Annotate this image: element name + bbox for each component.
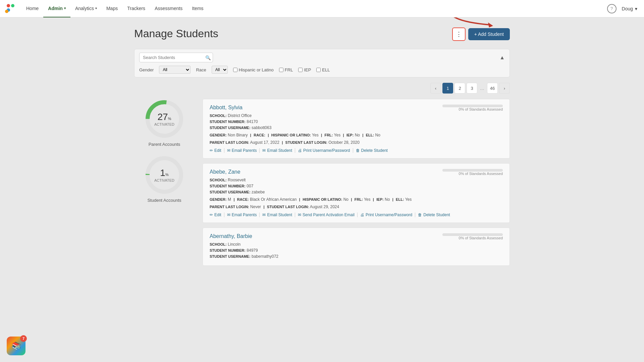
email-student-link[interactable]: ✉ Email Student bbox=[260, 213, 295, 217]
content-area: 27% ACTIVATED Parent Accounts 1% ACTIVAT… bbox=[134, 99, 510, 270]
main-content: Manage Students More ⋮ + Add Student bbox=[121, 17, 523, 281]
pagination: ‹ 1 2 3 … 46 › bbox=[134, 83, 510, 94]
parent-accounts-number: 27 bbox=[158, 112, 168, 122]
page-last-button[interactable]: 46 bbox=[487, 83, 498, 94]
search-input-wrap: 🔍 bbox=[139, 53, 213, 62]
race-filter-select[interactable]: All bbox=[212, 66, 228, 74]
student-name[interactable]: Abbott, Sylvia bbox=[210, 105, 243, 111]
search-input[interactable] bbox=[139, 53, 213, 62]
student-accounts-widget: 1% ACTIVATED Student Accounts bbox=[134, 155, 195, 203]
print-link[interactable]: 🖨 Print Username/Password bbox=[358, 213, 415, 217]
progress-label: 0% of Standards Assessed bbox=[442, 107, 503, 111]
add-student-button[interactable]: + Add Student bbox=[468, 28, 510, 40]
nav-maps[interactable]: Maps bbox=[102, 0, 122, 17]
email-student-icon: ✉ bbox=[262, 213, 266, 217]
parent-accounts-label: Parent Accounts bbox=[149, 142, 180, 147]
send-activation-link[interactable]: ✉ Send Parent Activation Email bbox=[295, 213, 358, 217]
send-activation-icon: ✉ bbox=[298, 213, 301, 217]
nav-admin[interactable]: Admin ▾ bbox=[43, 0, 70, 17]
sidebar-stats: 27% ACTIVATED Parent Accounts 1% ACTIVAT… bbox=[134, 99, 195, 270]
table-row: Abebe, Zane 0% of Standards Assessed SCH… bbox=[203, 163, 510, 223]
help-button[interactable]: ? bbox=[607, 4, 616, 13]
student-list: Abbott, Sylvia 0% of Standards Assessed … bbox=[203, 99, 510, 270]
hispanic-filter[interactable]: Hispanic or Latino bbox=[233, 67, 274, 72]
nav-items[interactable]: Items bbox=[187, 0, 208, 17]
filter-row: Gender AllMaleFemaleNon Binary Race All … bbox=[139, 66, 505, 74]
print-link[interactable]: 🖨 Print Username/Password bbox=[295, 148, 353, 153]
student-name[interactable]: Abebe, Zane bbox=[210, 169, 240, 175]
student-accounts-center: 1% ACTIVATED bbox=[154, 168, 174, 182]
more-button[interactable]: ⋮ bbox=[452, 27, 466, 41]
student-school: SCHOOL: Lincoln bbox=[210, 242, 503, 247]
email-parents-link[interactable]: ✉ Email Parents bbox=[224, 148, 260, 153]
print-icon: 🖨 bbox=[298, 148, 302, 153]
iep-filter[interactable]: IEP bbox=[298, 67, 311, 72]
nav-analytics[interactable]: Analytics ▾ bbox=[70, 0, 102, 17]
search-button[interactable]: 🔍 bbox=[205, 55, 211, 60]
admin-chevron-icon: ▾ bbox=[64, 6, 66, 10]
user-chevron-icon: ▾ bbox=[635, 6, 637, 11]
nav-home[interactable]: Home bbox=[21, 0, 43, 17]
student-name[interactable]: Abernathy, Barbie bbox=[210, 233, 252, 239]
next-page-button[interactable]: › bbox=[499, 83, 510, 94]
print-icon: 🖨 bbox=[360, 213, 364, 217]
delete-icon: 🗑 bbox=[356, 148, 360, 153]
ell-checkbox[interactable] bbox=[316, 68, 321, 72]
parent-accounts-activated: ACTIVATED bbox=[154, 122, 174, 126]
delete-student-link[interactable]: 🗑 Delete Student bbox=[415, 213, 452, 217]
student-header-row: Abbott, Sylvia 0% of Standards Assessed bbox=[210, 105, 503, 113]
student-header-row: Abebe, Zane 0% of Standards Assessed bbox=[210, 169, 503, 178]
page-3-button[interactable]: 3 bbox=[467, 83, 477, 94]
ell-filter[interactable]: ELL bbox=[316, 67, 330, 72]
student-actions: ✏ Edit ✉ Email Parents ✉ Email Student 🖨… bbox=[210, 148, 503, 153]
student-username: STUDENT USERNAME: babernathy072 bbox=[210, 254, 503, 259]
nav-trackers[interactable]: Trackers bbox=[122, 0, 150, 17]
gender-filter-select[interactable]: AllMaleFemaleNon Binary bbox=[159, 66, 191, 74]
prev-page-button[interactable]: ‹ bbox=[430, 83, 441, 94]
race-filter-label: Race bbox=[196, 67, 206, 72]
parent-accounts-center: 27% ACTIVATED bbox=[154, 112, 174, 126]
student-school: SCHOOL: Roosevelt bbox=[210, 178, 503, 182]
student-number: STUDENT NUMBER: 84979 bbox=[210, 248, 503, 253]
edit-link[interactable]: ✏ Edit bbox=[210, 213, 224, 217]
progress-bar-bg bbox=[442, 169, 503, 172]
student-username: STUDENT USERNAME: sabbott063 bbox=[210, 125, 503, 130]
progress-bar-bg bbox=[442, 105, 503, 107]
student-accounts-donut: 1% ACTIVATED bbox=[144, 155, 184, 195]
user-name: Doug bbox=[622, 6, 633, 11]
nav-assessments[interactable]: Assessments bbox=[150, 0, 187, 17]
frl-checkbox[interactable] bbox=[279, 68, 283, 72]
header-actions: More ⋮ + Add Student bbox=[452, 27, 510, 41]
user-menu[interactable]: Doug ▾ bbox=[622, 6, 637, 11]
email-parents-link[interactable]: ✉ Email Parents bbox=[224, 213, 260, 217]
delete-student-link[interactable]: 🗑 Delete Student bbox=[353, 148, 390, 153]
email-student-link[interactable]: ✉ Email Student bbox=[260, 148, 295, 153]
pagination-dots: … bbox=[479, 86, 486, 91]
hispanic-checkbox[interactable] bbox=[233, 68, 237, 72]
page-2-button[interactable]: 2 bbox=[454, 83, 465, 94]
edit-icon: ✏ bbox=[210, 213, 213, 217]
page-1-button[interactable]: 1 bbox=[442, 83, 453, 94]
student-progress-wrap: 0% of Standards Assessed bbox=[442, 169, 503, 176]
edit-link[interactable]: ✏ Edit bbox=[210, 148, 224, 153]
student-accounts-label: Student Accounts bbox=[147, 198, 181, 203]
progress-label: 0% of Standards Assessed bbox=[442, 172, 503, 176]
student-demographics: GENDER: M | RACE: Black Or African Ameri… bbox=[210, 197, 503, 202]
search-row: 🔍 ▲ bbox=[139, 53, 505, 62]
student-progress-wrap: 0% of Standards Assessed bbox=[442, 105, 503, 111]
student-actions: ✏ Edit ✉ Email Parents ✉ Email Student ✉… bbox=[210, 213, 503, 217]
student-accounts-pct: % bbox=[165, 173, 169, 177]
student-logins: PARENT LAST LOGIN: August 17, 2022 | STU… bbox=[210, 140, 503, 145]
student-demographics: GENDER: Non Binary | RACE: | HISPANIC OR… bbox=[210, 133, 503, 137]
page-header: Manage Students More ⋮ + Add Student bbox=[134, 27, 510, 41]
student-accounts-number: 1 bbox=[160, 168, 165, 178]
collapse-button[interactable]: ▲ bbox=[499, 55, 505, 61]
frl-filter[interactable]: FRL bbox=[279, 67, 293, 72]
email-parents-icon: ✉ bbox=[227, 148, 230, 153]
iep-checkbox[interactable] bbox=[298, 68, 303, 72]
svg-marker-0 bbox=[488, 22, 493, 27]
student-number: STUDENT NUMBER: 84170 bbox=[210, 119, 503, 124]
app-logo[interactable] bbox=[7, 4, 15, 13]
search-filter-bar: 🔍 ▲ Gender AllMaleFemaleNon Binary Race … bbox=[134, 49, 510, 77]
email-student-icon: ✉ bbox=[262, 148, 266, 153]
